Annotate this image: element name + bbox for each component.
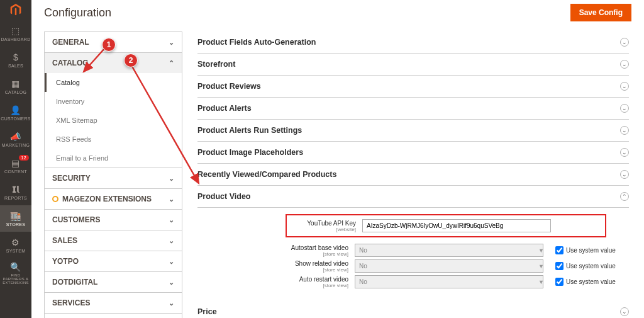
tab-dotdigital[interactable]: DOTDIGITAL⌄ <box>44 271 182 292</box>
subtab-rss-feeds[interactable]: RSS Feeds <box>45 130 182 149</box>
related-row: Show related video[store view] ▼ Use sys… <box>286 259 629 273</box>
dashboard-icon: ⬚ <box>11 26 19 36</box>
restart-row: Auto restart video[store view] ▼ Use sys… <box>286 275 629 288</box>
section-alerts-run[interactable]: Product Alerts Run Settings⌄ <box>197 120 629 142</box>
reports-icon: 𝗜𝗹 <box>12 185 20 195</box>
content-icon: ▤ <box>11 158 19 168</box>
restart-sysval[interactable]: Use system value <box>555 278 616 286</box>
tab-advanced[interactable]: ADVANCED⌄ <box>44 313 182 318</box>
related-select <box>355 259 543 273</box>
tab-catalog[interactable]: CATALOG⌃ <box>44 52 182 73</box>
nav-partners[interactable]: 🔍FIND PARTNERS & EXTENSIONS <box>0 258 31 288</box>
partners-icon: 🔍 <box>10 262 21 272</box>
admin-sidebar: ⬚DASHBOARD $SALES ▦CATALOG 👤CUSTOMERS 📣M… <box>0 0 31 318</box>
chevron-down-icon: ⌄ <box>169 258 174 266</box>
marketing-icon: 📣 <box>10 132 21 142</box>
youtube-api-key-input[interactable] <box>362 219 551 232</box>
content-badge: 12 <box>19 155 29 161</box>
nav-marketing[interactable]: 📣MARKETING <box>0 126 31 152</box>
section-recently[interactable]: Recently Viewed/Compared Products⌄ <box>197 164 629 186</box>
nav-reports[interactable]: 𝗜𝗹REPORTS <box>0 179 31 205</box>
section-auto-generation[interactable]: Product Fields Auto-Generation⌄ <box>197 31 629 54</box>
subtab-xml-sitemap[interactable]: XML Sitemap <box>45 111 182 130</box>
product-video-body: YouTube API Key[website] Autostart base … <box>197 208 629 301</box>
expand-icon: ⌄ <box>620 82 629 91</box>
main-area: Configuration Save Config GENERAL⌄ CATAL… <box>31 0 644 318</box>
nav-system[interactable]: ⚙SYSTEM <box>0 232 31 258</box>
subtab-email-friend[interactable]: Email to a Friend <box>45 149 182 168</box>
chevron-down-icon: ⌄ <box>169 195 174 203</box>
page-header: Configuration Save Config <box>31 0 644 25</box>
nav-content[interactable]: ▤CONTENT12 <box>0 152 31 179</box>
tab-services[interactable]: SERVICES⌄ <box>44 292 182 313</box>
tab-security[interactable]: SECURITY⌄ <box>44 168 182 188</box>
chevron-down-icon: ▼ <box>538 247 544 254</box>
youtube-api-key-highlight: YouTube API Key[website] <box>286 214 606 237</box>
magezon-icon <box>52 196 58 202</box>
nav-stores[interactable]: 🏬STORES <box>0 205 31 232</box>
section-product-video[interactable]: Product Video⌃ <box>197 186 629 208</box>
save-config-button[interactable]: Save Config <box>570 4 631 21</box>
page-title: Configuration <box>44 6 111 20</box>
config-sidebar: GENERAL⌄ CATALOG⌃ Catalog Inventory XML … <box>44 31 182 318</box>
section-storefront[interactable]: Storefront⌄ <box>197 54 629 76</box>
nav-catalog[interactable]: ▦CATALOG <box>0 73 31 99</box>
section-placeholders[interactable]: Product Image Placeholders⌄ <box>197 142 629 164</box>
autostart-select <box>355 244 543 257</box>
subtab-inventory[interactable]: Inventory <box>45 92 182 111</box>
customers-icon: 👤 <box>10 105 21 115</box>
chevron-down-icon: ⌄ <box>169 38 174 47</box>
restart-select <box>355 275 543 288</box>
subtab-catalog[interactable]: Catalog <box>45 73 182 92</box>
tab-customers[interactable]: CUSTOMERS⌄ <box>44 209 182 230</box>
stores-icon: 🏬 <box>10 211 21 221</box>
section-alerts[interactable]: Product Alerts⌄ <box>197 98 629 120</box>
chevron-down-icon: ▼ <box>538 263 544 270</box>
youtube-api-key-label: YouTube API Key[website] <box>293 220 356 232</box>
nav-customers[interactable]: 👤CUSTOMERS <box>0 99 31 126</box>
chevron-down-icon: ⌄ <box>169 237 174 245</box>
system-icon: ⚙ <box>11 237 19 247</box>
nav-sales[interactable]: $SALES <box>0 47 31 73</box>
tab-general[interactable]: GENERAL⌄ <box>44 31 182 52</box>
section-reviews[interactable]: Product Reviews⌄ <box>197 76 629 98</box>
chevron-down-icon: ⌄ <box>169 299 174 307</box>
catalog-subitems: Catalog Inventory XML Sitemap RSS Feeds … <box>44 73 182 168</box>
chevron-down-icon: ⌄ <box>169 216 174 224</box>
expand-icon: ⌄ <box>620 307 629 316</box>
sales-icon: $ <box>13 52 18 62</box>
autostart-sysval[interactable]: Use system value <box>555 246 616 254</box>
chevron-down-icon: ▼ <box>538 279 544 285</box>
expand-icon: ⌄ <box>620 104 629 113</box>
expand-icon: ⌄ <box>620 148 629 157</box>
catalog-icon: ▦ <box>11 79 19 89</box>
expand-icon: ⌄ <box>620 38 629 47</box>
section-price[interactable]: Price⌄ <box>197 301 629 318</box>
tab-sales[interactable]: SALES⌄ <box>44 230 182 251</box>
autostart-row: Autostart base video[store view] ▼ Use s… <box>286 244 629 257</box>
chevron-down-icon: ⌄ <box>169 278 174 287</box>
tab-magezon[interactable]: MAGEZON EXTENSIONS⌄ <box>44 188 182 209</box>
content-row: GENERAL⌄ CATALOG⌃ Catalog Inventory XML … <box>31 25 644 318</box>
expand-icon: ⌄ <box>620 170 629 179</box>
nav-dashboard[interactable]: ⬚DASHBOARD <box>0 20 31 47</box>
related-sysval[interactable]: Use system value <box>555 262 616 270</box>
chevron-down-icon: ⌄ <box>169 174 174 183</box>
tab-yotpo[interactable]: YOTPO⌄ <box>44 251 182 271</box>
settings-panel: Product Fields Auto-Generation⌄ Storefro… <box>197 31 631 318</box>
chevron-up-icon: ⌃ <box>169 59 174 67</box>
expand-icon: ⌄ <box>620 60 629 69</box>
collapse-icon: ⌃ <box>620 192 629 201</box>
magento-logo[interactable] <box>0 0 31 20</box>
expand-icon: ⌄ <box>620 126 629 135</box>
